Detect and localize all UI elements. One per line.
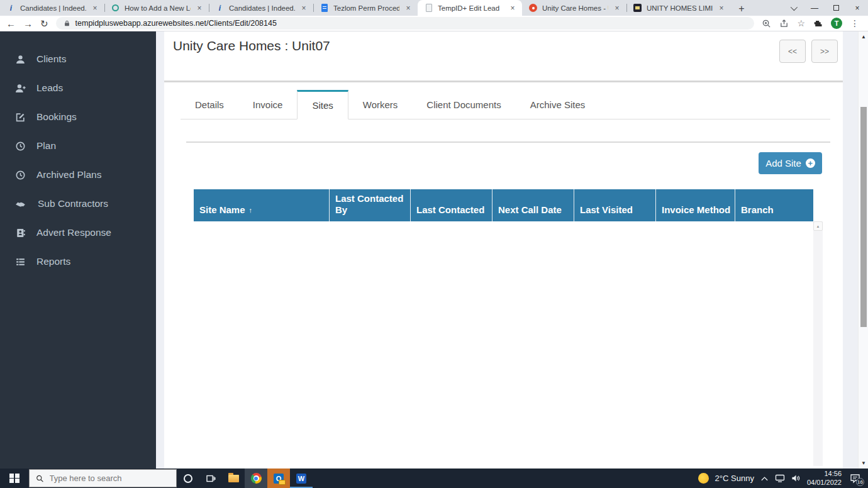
- close-window-button[interactable]: ×: [847, 0, 868, 16]
- sidebar-item-label: Bookings: [36, 111, 77, 123]
- column-header-site-name[interactable]: Site Name ↑: [194, 189, 330, 221]
- sidebar-item-clients[interactable]: Clients: [0, 45, 156, 74]
- next-record-button[interactable]: >>: [811, 40, 838, 63]
- sidebar-item-advert-response[interactable]: Advert Response: [0, 218, 156, 247]
- tray-date: 04/01/2022: [807, 479, 842, 487]
- zoom-icon[interactable]: [762, 19, 771, 28]
- speaker-icon[interactable]: [791, 474, 801, 482]
- clock-date[interactable]: 14:56 04/01/2022: [807, 470, 842, 486]
- sidebar-item-label: Leads: [36, 82, 63, 94]
- add-site-label: Add Site: [765, 158, 801, 169]
- extensions-puzzle-icon[interactable]: [813, 19, 823, 28]
- tab-search-chevron-icon[interactable]: [782, 0, 804, 16]
- tab-details[interactable]: Details: [181, 90, 238, 119]
- chrome-taskbar-button[interactable]: [245, 469, 267, 488]
- list-icon: [15, 257, 26, 267]
- column-header-invoice-method[interactable]: Invoice Method: [656, 189, 735, 221]
- word-taskbar-button[interactable]: W: [290, 469, 313, 488]
- add-site-button[interactable]: Add Site +: [759, 152, 822, 174]
- tab-close-icon[interactable]: ×: [717, 4, 726, 13]
- tab-title: Candidates | Indeed.com: [20, 4, 86, 12]
- column-header-branch[interactable]: Branch: [735, 189, 813, 221]
- back-icon[interactable]: ←: [6, 19, 16, 28]
- reload-icon[interactable]: ↻: [40, 19, 48, 28]
- profile-avatar[interactable]: T: [831, 18, 842, 29]
- browser-tab-6[interactable]: Unity Care Homes - Unity Home ×: [522, 0, 626, 16]
- column-header-last-contacted-by[interactable]: Last Contacted By: [330, 189, 411, 221]
- indeed-favicon-icon: i: [6, 3, 16, 13]
- tab-close-icon[interactable]: ×: [613, 4, 621, 13]
- sites-table: Site Name ↑ Last Contacted By Last Conta…: [194, 189, 813, 221]
- scrollbar-thumb[interactable]: [860, 107, 867, 327]
- clock-icon: [15, 141, 26, 152]
- table-scrollbar[interactable]: ▲: [813, 221, 823, 466]
- previous-record-button[interactable]: <<: [779, 40, 806, 63]
- page-title: Unity Care Homes : Unit07: [173, 38, 330, 53]
- scroll-up-icon[interactable]: ▲: [859, 34, 868, 40]
- sidebar-item-sub-contractors[interactable]: Sub Contractors: [0, 189, 156, 218]
- sidebar-item-bookings[interactable]: Bookings: [0, 103, 156, 131]
- column-header-last-contacted[interactable]: Last Contacted: [411, 189, 492, 221]
- tray-time: 14:56: [807, 470, 842, 478]
- column-header-last-visited[interactable]: Last Visited: [574, 189, 656, 221]
- task-view-button[interactable]: [199, 469, 222, 488]
- google-docs-favicon-icon: [320, 3, 329, 13]
- person-plus-icon: [15, 83, 26, 94]
- sidebar-item-leads[interactable]: Leads: [0, 74, 156, 103]
- browser-address-bar: ← → ↻ tempidpluswebapp.azurewebsites.net…: [0, 16, 868, 31]
- main-area: Clients Leads Bookings: [0, 31, 868, 469]
- outlook-taskbar-button[interactable]: O: [267, 469, 290, 488]
- scroll-down-icon[interactable]: ▼: [859, 460, 868, 466]
- right-gutter: [843, 31, 858, 469]
- new-tab-button[interactable]: +: [733, 2, 750, 16]
- share-icon[interactable]: [779, 19, 789, 28]
- tab-archive-sites[interactable]: Archive Sites: [516, 90, 600, 119]
- tab-sites[interactable]: Sites: [297, 90, 348, 119]
- url-text[interactable]: tempidpluswebapp.azurewebsites.net/Clien…: [75, 19, 277, 28]
- tab-client-documents[interactable]: Client Documents: [412, 90, 515, 119]
- restore-button[interactable]: [825, 0, 847, 16]
- browser-tab-2[interactable]: How to Add a New Lead onto Te ×: [104, 0, 209, 16]
- sidebar-item-plan[interactable]: Plan: [0, 131, 156, 160]
- sidebar-item-label: Plan: [36, 140, 56, 152]
- cortana-button[interactable]: [177, 469, 199, 488]
- table-scroll-up-icon[interactable]: ▲: [813, 221, 823, 231]
- browser-tab-active-tempid[interactable]: TempID+ Edit Lead ×: [418, 0, 522, 16]
- chrome-icon: [251, 473, 262, 484]
- browser-tab-7[interactable]: UNITY HOMES LIMITED overvie ×: [626, 0, 731, 16]
- file-explorer-button[interactable]: [222, 469, 245, 488]
- taskbar-search[interactable]: [29, 469, 177, 487]
- tab-close-icon[interactable]: ×: [195, 4, 204, 13]
- tab-title: Candidates | Indeed.com: [229, 4, 295, 12]
- minimize-button[interactable]: —: [804, 0, 825, 16]
- tab-close-icon[interactable]: ×: [299, 4, 308, 13]
- weather-text[interactable]: 2°C Sunny: [715, 474, 754, 483]
- column-header-next-call-date[interactable]: Next Call Date: [492, 189, 574, 221]
- sidebar-item-archived-plans[interactable]: Archived Plans: [0, 160, 156, 189]
- tab-workers[interactable]: Workers: [348, 90, 413, 119]
- browser-tab-4[interactable]: Tezlom Perm Procedure - Googl ×: [313, 0, 418, 16]
- tab-title: Tezlom Perm Procedure - Googl: [333, 4, 399, 12]
- network-display-icon[interactable]: [775, 474, 785, 482]
- tab-close-icon[interactable]: ×: [91, 4, 99, 13]
- tray-chevron-up-icon[interactable]: [760, 475, 769, 482]
- browser-menu-icon[interactable]: ⋮: [850, 18, 859, 28]
- tab-close-icon[interactable]: ×: [404, 4, 413, 13]
- weather-sun-icon[interactable]: [698, 473, 709, 484]
- forward-icon[interactable]: →: [23, 19, 33, 28]
- tab-invoice[interactable]: Invoice: [238, 90, 298, 119]
- browser-tab-3[interactable]: i Candidates | Indeed.com ×: [209, 0, 313, 16]
- unity-homes-favicon-icon: [528, 3, 538, 13]
- sort-ascending-icon: ↑: [249, 206, 253, 216]
- task-view-icon: [206, 474, 216, 484]
- start-button[interactable]: [0, 469, 29, 488]
- bookmark-star-icon[interactable]: ☆: [797, 18, 805, 28]
- url-bar[interactable]: tempidpluswebapp.azurewebsites.net/Clien…: [56, 17, 755, 30]
- action-center-button[interactable]: 16: [848, 471, 863, 486]
- client-tab-nav: Details Invoice Sites Workers Client Doc…: [181, 90, 830, 119]
- sidebar-item-reports[interactable]: Reports: [0, 247, 156, 276]
- page-scrollbar[interactable]: ▲ ▼: [858, 31, 868, 469]
- browser-tab-1[interactable]: i Candidates | Indeed.com ×: [0, 0, 104, 16]
- tab-close-icon[interactable]: ×: [508, 4, 517, 13]
- search-input[interactable]: [50, 474, 170, 483]
